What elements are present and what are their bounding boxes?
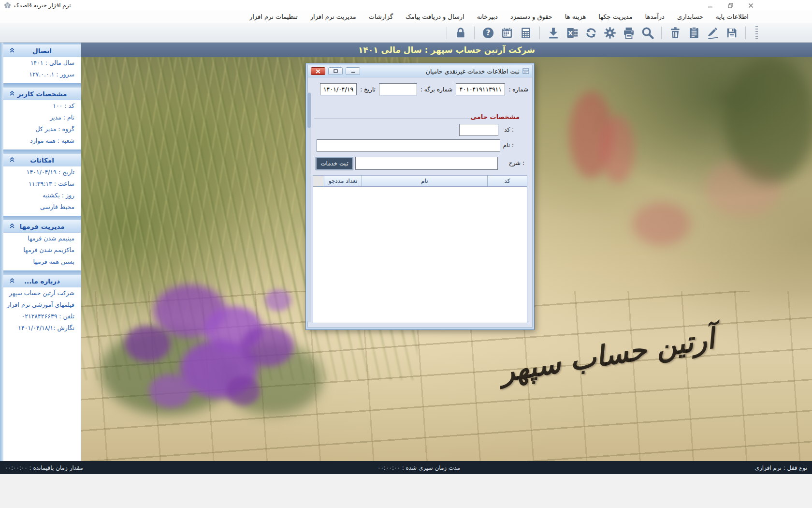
sidebar-separator [3,216,81,220]
description-input[interactable] [355,157,498,170]
sidebar-section-user-info[interactable]: مشخصات کاربر [3,88,81,100]
menu-bar: اطلاعات پایه حسابداری درآمدها مدیریت چکه… [0,11,812,23]
calendar-button[interactable] [499,25,515,41]
company-header: شرکت آرتین حساب سپهر : سال مالی ۱۴۰۱ [81,43,812,57]
window-title-group: نرم افزار خیریه قاصدک [4,0,71,11]
download-button[interactable] [546,25,561,41]
supporter-name-label: نام : [503,142,514,149]
column-header-beneficiary-count[interactable]: تعداد مددجو [324,176,362,186]
save-button[interactable] [724,25,740,41]
menu-expenses[interactable]: هزینه ها [559,11,593,23]
refresh-button[interactable] [583,25,599,41]
table-body-empty [313,187,527,323]
print-button[interactable] [621,25,637,41]
desktop-background: آرتین حساب سپهر ثبت اطلاعات خدمات غیرنقد… [81,57,812,461]
dialog-maximize-icon[interactable] [328,67,343,75]
collapse-chevron-icon [9,47,15,53]
toolbar-separator [539,27,540,39]
sidebar-item-user-group: گروه : مدیر کل [3,123,81,135]
column-header-name[interactable]: نام [362,176,487,186]
help-button[interactable]: ? [480,25,496,41]
lock-button[interactable] [453,25,468,41]
calculator-button[interactable] [518,25,534,41]
maximize-icon[interactable] [727,2,734,9]
supporter-group-title: مشخصات حامی [471,113,520,120]
report-button[interactable] [686,25,702,41]
trash-icon [668,26,682,40]
menu-software-settings[interactable]: تنظیمات نرم افزار [243,11,304,23]
sidebar-section-facilities[interactable]: امکانات [3,154,81,166]
date-input[interactable] [320,83,357,95]
menu-cheque-management[interactable]: مدیریت چکها [592,11,638,23]
collapse-chevron-icon [9,278,15,284]
toolbar: ? X [0,23,812,43]
minimize-icon[interactable] [707,2,713,9]
menu-base-info[interactable]: اطلاعات پایه [710,11,755,23]
sidebar-item-company[interactable]: شرکت آرتین حساب سپهر [3,287,81,299]
toolbar-separator [745,27,746,39]
sidebar-section-about[interactable]: درباره ما... [3,275,81,287]
help-icon: ? [481,26,495,40]
toolbar-separator [447,27,447,39]
window-title: نرم افزار خیریه قاصدک [14,2,71,9]
status-elapsed-time: مدت زمان سپری شده : ۰۰:۰۰:۰۰ [377,464,460,471]
sidebar-section-connection[interactable]: اتصال [3,45,81,57]
status-bar: نوع قفل : نرم افزاری مدت زمان سپری شده :… [0,461,812,474]
printer-icon [622,26,636,40]
menu-incomes[interactable]: درآمدها [639,11,671,23]
menu-reports[interactable]: گزارشات [362,11,399,23]
supporter-code-label: کد : [504,126,514,133]
download-icon [547,26,560,40]
signature-button[interactable] [705,25,721,41]
sidebar-separator [3,83,81,88]
sidebar-item-maximize-forms[interactable]: ماکزیمم شدن فرمها [3,244,81,256]
search-icon [641,26,654,40]
sidebar-item-tutorials[interactable]: فیلمهای آموزشی نرم افزار [3,299,81,311]
sidebar-item-user-branch: شعبه : همه موارد [3,135,81,147]
sidebar-item-phone: تلفن : ۰۲۱۲۸۴۲۶۶۳۹ [3,311,81,322]
dialog-scrollbar-thumb[interactable] [307,93,311,128]
dialog-title: ثبت اطلاعات خدمات غیرنقدی حامیان [426,68,520,75]
menu-secretariat[interactable]: دبیرخانه [471,11,504,23]
menu-payroll[interactable]: حقوق و دستمزد [504,11,559,23]
menu-software-management[interactable]: مدیریت نرم افزار [304,11,362,23]
delete-button[interactable] [667,25,683,41]
toolbar-separator [661,27,662,39]
search-button[interactable] [640,25,655,41]
number-label: شماره : [508,86,528,93]
dialog-scrollbar[interactable] [307,92,311,322]
column-header-code[interactable]: کد [487,176,527,186]
close-icon[interactable] [747,2,754,9]
sidebar-item-minimize-forms[interactable]: مینیمم شدن فرمها [3,233,81,244]
dialog-minimize-icon[interactable] [346,67,360,75]
menu-accounting[interactable]: حسابداری [671,11,710,23]
calendar-icon [500,26,514,40]
supporter-name-input[interactable] [317,139,500,152]
supporter-code-input[interactable] [459,124,498,136]
sidebar-edge-strip [0,43,3,461]
document-icon [687,26,701,40]
menu-sms[interactable]: ارسال و دریافت پیامک [399,11,471,23]
sheet-number-input[interactable] [379,83,417,95]
excel-export-button[interactable]: X [565,25,580,41]
gear-icon [603,26,617,40]
lock-icon [454,26,467,40]
svg-text:X: X [568,29,573,36]
window-titlebar[interactable]: نرم افزار خیریه قاصدک [0,0,812,11]
dialog-body: شماره : شماره برگه : تاریخ : مشخصات حامی… [307,77,533,328]
sidebar-separator [3,270,81,275]
submit-services-button[interactable]: ثبت خدمات [316,157,353,170]
toolbar-grip[interactable] [755,26,758,40]
sidebar-item-close-all-forms[interactable]: بستن همه فرمها [3,256,81,268]
sidebar-section-form-management[interactable]: مدیریت فرمها [3,220,81,233]
sidebar-item-user-name: نام : مدیر [3,112,81,123]
collapse-chevron-icon [9,90,15,96]
company-header-text: شرکت آرتین حساب سپهر : سال مالی ۱۴۰۱ [358,45,535,55]
dialog-titlebar[interactable]: ثبت اطلاعات خدمات غیرنقدی حامیان [307,65,533,77]
groupbox-line [314,118,479,119]
number-input[interactable] [456,83,505,95]
dialog-close-icon[interactable] [311,67,325,75]
sidebar-item-day: روز : یکشنبه [3,190,81,201]
sidebar-item-version: نگارش :۱۴۰۱/۰۴/۱۸/۱ [3,322,81,334]
settings-button[interactable] [602,25,618,41]
